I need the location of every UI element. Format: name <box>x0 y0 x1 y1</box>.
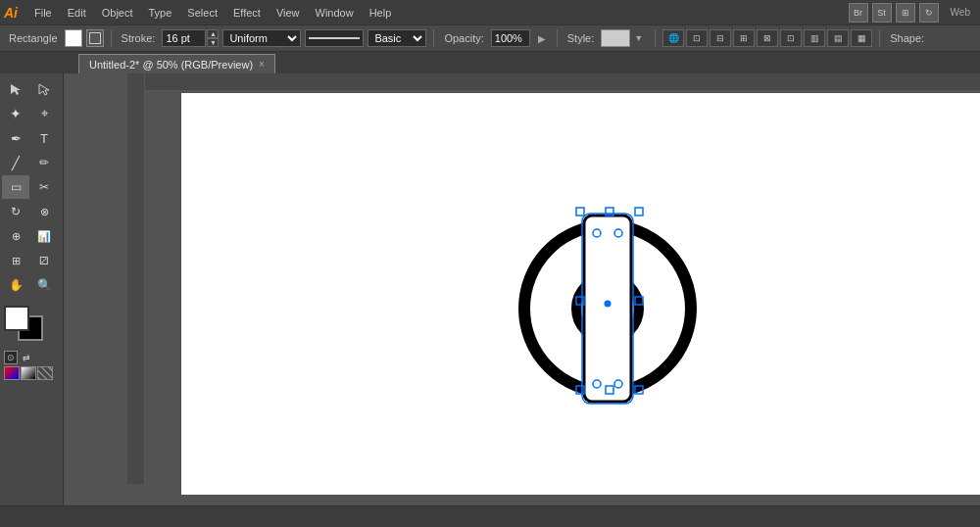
reset-colors-icon[interactable]: ⊙ <box>4 351 18 364</box>
tab-title: Untitled-2* @ 50% (RGB/Preview) <box>89 59 253 71</box>
style-swatch[interactable] <box>601 29 630 47</box>
opacity-input[interactable] <box>491 29 530 47</box>
color-controls: ⊙ ⇄ <box>4 351 59 364</box>
stroke-value-input[interactable] <box>162 29 206 47</box>
app-logo: Ai <box>4 5 18 21</box>
tool-row-5: ▭ ✂ <box>2 175 61 199</box>
hand-tool[interactable]: ✋ <box>2 273 29 297</box>
tool-row-7: ⊕ 📊 <box>2 224 61 248</box>
menu-file[interactable]: File <box>27 5 59 21</box>
type-tool[interactable]: T <box>30 126 58 150</box>
separator-2 <box>433 29 434 47</box>
status-bar <box>0 505 980 527</box>
left-toolbar: ✦ ⌖ ✒ T ╱ ✏ ▭ ✂ ↻ ⊗ ⊕ 📊 ⊞ ⚂ <box>0 73 64 505</box>
grid-icon[interactable]: ⊞ <box>896 3 915 23</box>
slice-tool[interactable]: ⚂ <box>30 249 58 272</box>
align-icon-5[interactable]: ⊡ <box>780 29 802 47</box>
line-tool[interactable]: ╱ <box>2 151 29 174</box>
bridge-icon[interactable]: Br <box>849 3 868 23</box>
top-icons: Br St ⊞ ↻ Web <box>849 0 980 24</box>
style-label: Style: <box>564 32 598 44</box>
color-area: ⊙ ⇄ <box>2 304 61 382</box>
align-icon-6[interactable]: ▥ <box>804 29 825 47</box>
paint-tool[interactable]: ✏ <box>30 151 58 174</box>
fill-stroke-area <box>4 306 59 349</box>
pen-tool[interactable]: ✒ <box>2 126 29 150</box>
artwork-svg <box>490 157 725 431</box>
canvas-document <box>181 93 980 495</box>
align-icon-4[interactable]: ⊠ <box>757 29 778 47</box>
scissor-tool[interactable]: ✂ <box>30 175 58 199</box>
tool-row-2: ✦ ⌖ <box>2 102 61 125</box>
align-icon-7[interactable]: ▤ <box>827 29 849 47</box>
rectangle-tool[interactable]: ▭ <box>2 175 29 199</box>
color-mode-row <box>4 366 59 380</box>
tool-row-4: ╱ ✏ <box>2 151 61 174</box>
gradient-btn[interactable] <box>21 366 36 380</box>
separator-1 <box>111 29 112 47</box>
align-icon-8[interactable]: ▦ <box>851 29 872 47</box>
stroke-down[interactable]: ▼ <box>207 38 219 47</box>
stroke-label: Stroke: <box>119 32 159 44</box>
svg-rect-8 <box>576 208 584 216</box>
zoom-tool[interactable]: 🔍 <box>30 273 58 297</box>
separator-3 <box>557 29 558 47</box>
fill-color-swatch[interactable] <box>65 29 82 47</box>
menu-window[interactable]: Window <box>309 5 361 21</box>
pattern-btn[interactable] <box>37 366 53 380</box>
symbol-tool[interactable]: ⊕ <box>2 224 29 248</box>
menu-select[interactable]: Select <box>180 5 224 21</box>
align-icon-1[interactable]: ⊡ <box>686 29 708 47</box>
svg-rect-6 <box>584 216 631 402</box>
style-dropdown-arrow[interactable]: ▼ <box>634 31 648 45</box>
tool-row-3: ✒ T <box>2 126 61 150</box>
tab-bar: Untitled-2* @ 50% (RGB/Preview) × <box>0 52 980 73</box>
sync-icon[interactable]: ↻ <box>919 3 939 23</box>
separator-4 <box>655 29 656 47</box>
svg-rect-9 <box>635 208 643 216</box>
svg-rect-0 <box>127 73 980 91</box>
canvas-area <box>64 73 980 505</box>
stroke-up[interactable]: ▲ <box>207 29 219 38</box>
select-tool[interactable] <box>2 77 29 101</box>
direct-select-tool[interactable] <box>30 77 58 101</box>
separator-5 <box>879 29 880 47</box>
opacity-label: Opacity: <box>441 32 486 44</box>
stroke-type-dropdown[interactable]: Uniform <box>222 29 301 47</box>
lasso-tool[interactable]: ⌖ <box>30 102 58 125</box>
fill-indicator[interactable] <box>4 306 29 331</box>
top-ruler <box>127 73 980 91</box>
blend-tool[interactable]: ⊗ <box>30 200 58 223</box>
shape-label: Rectangle <box>6 32 61 44</box>
menu-bar: Ai File Edit Object Type Select Effect V… <box>0 0 980 24</box>
main-layout: ✦ ⌖ ✒ T ╱ ✏ ▭ ✂ ↻ ⊗ ⊕ 📊 ⊞ ⚂ <box>0 73 980 505</box>
menu-type[interactable]: Type <box>142 5 179 21</box>
web-label: Web <box>951 7 970 18</box>
menu-view[interactable]: View <box>270 5 307 21</box>
document-tab[interactable]: Untitled-2* @ 50% (RGB/Preview) × <box>78 54 275 73</box>
menu-effect[interactable]: Effect <box>226 5 268 21</box>
color-mode-btn[interactable] <box>4 366 20 380</box>
stroke-line-display <box>305 29 364 47</box>
stroke-style-dropdown[interactable]: Basic <box>368 29 426 47</box>
align-icon-3[interactable]: ⊞ <box>733 29 755 47</box>
tool-row-6: ↻ ⊗ <box>2 200 61 223</box>
menu-help[interactable]: Help <box>363 5 399 21</box>
tab-close-btn[interactable]: × <box>259 59 265 70</box>
rotate-tool[interactable]: ↻ <box>2 200 29 223</box>
swap-colors-icon[interactable]: ⇄ <box>20 351 33 364</box>
tool-row-1 <box>2 77 61 101</box>
stroke-swatch[interactable] <box>86 29 104 47</box>
tool-row-8: ⊞ ⚂ <box>2 249 61 272</box>
magic-wand-tool[interactable]: ✦ <box>2 102 29 125</box>
globe-icon[interactable]: 🌐 <box>662 29 684 47</box>
align-icon-2[interactable]: ⊟ <box>710 29 731 47</box>
opacity-arrow[interactable]: ▶ <box>534 30 550 46</box>
artboard-tool[interactable]: ⊞ <box>2 249 29 272</box>
graph-tool[interactable]: 📊 <box>30 224 58 248</box>
svg-rect-2 <box>127 73 145 484</box>
stock-icon[interactable]: St <box>872 3 892 23</box>
tool-row-9: ✋ 🔍 <box>2 273 61 297</box>
menu-object[interactable]: Object <box>95 5 140 21</box>
menu-edit[interactable]: Edit <box>61 5 93 21</box>
